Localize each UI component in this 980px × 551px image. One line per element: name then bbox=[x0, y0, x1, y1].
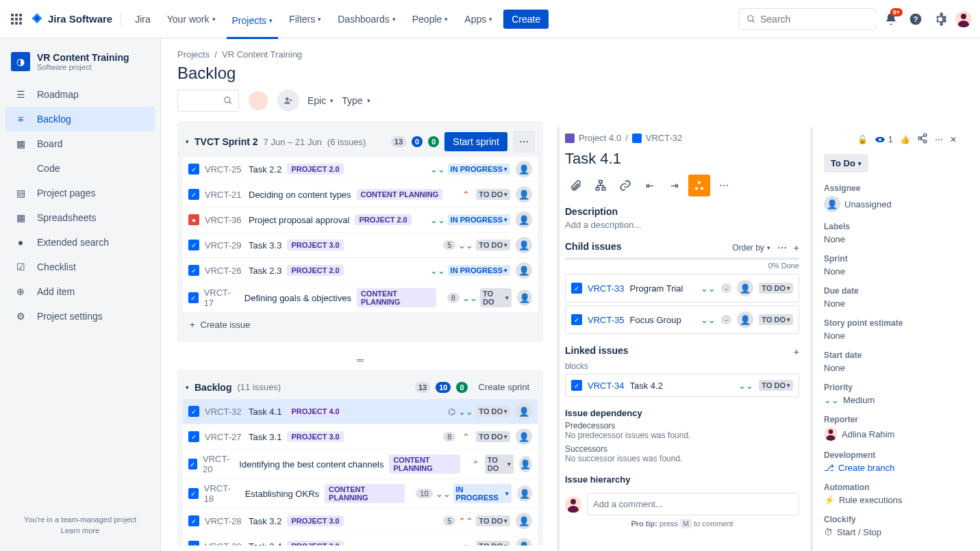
hierarchy-icon[interactable] bbox=[688, 175, 710, 196]
issue-row[interactable]: ✓ VRCT-21 Deciding on content types CONT… bbox=[183, 182, 538, 207]
epic-tag[interactable]: PROJECT 4.0 bbox=[287, 406, 343, 417]
crumb-projects[interactable]: Projects bbox=[177, 49, 210, 60]
order-by-dropdown[interactable]: Order by▾ bbox=[732, 243, 770, 253]
epic-tag[interactable]: PROJECT 2.0 bbox=[287, 164, 343, 175]
add-linked-icon[interactable]: + bbox=[794, 346, 799, 357]
link-icon[interactable] bbox=[614, 175, 636, 196]
detail-epic[interactable]: Project 4.0 bbox=[579, 133, 621, 143]
status-lozenge[interactable]: TO DO ▾ bbox=[476, 431, 510, 442]
child-key[interactable]: VRCT-35 bbox=[588, 315, 624, 325]
due-date-field[interactable]: None bbox=[824, 298, 957, 309]
reporter-field[interactable]: Adlina Rahim bbox=[824, 427, 957, 441]
clockify-link[interactable]: ⏱Start / Stop bbox=[824, 527, 957, 537]
share-icon[interactable] bbox=[917, 133, 928, 146]
sidebar-item-backlog[interactable]: ≡Backlog bbox=[5, 107, 155, 131]
sidebar-item-roadmap[interactable]: ☰Roadmap bbox=[5, 82, 155, 107]
thumbs-up-icon[interactable]: 👍 bbox=[900, 135, 910, 144]
assignee-avatar[interactable]: 👤 bbox=[516, 212, 532, 228]
status-lozenge[interactable]: IN PROGRESS ▾ bbox=[448, 265, 510, 276]
comment-input[interactable]: Add a comment... bbox=[587, 493, 799, 515]
issue-row[interactable]: ✓ VRCT-26 Task 2.3 PROJECT 2.0 ⌄⌄ IN PRO… bbox=[183, 258, 538, 283]
epic-tag[interactable]: CONTENT PLANNING bbox=[325, 484, 405, 503]
status-lozenge[interactable]: IN PROGRESS ▾ bbox=[453, 484, 512, 503]
nav-projects[interactable]: Projects▾ bbox=[227, 12, 279, 39]
issue-row[interactable]: ✓ VRCT-27 Task 3.1 PROJECT 3.0 8 ⌃ TO DO… bbox=[183, 424, 538, 450]
backlog-search[interactable] bbox=[177, 90, 239, 112]
add-child-icon[interactable]: + bbox=[794, 242, 799, 253]
child-assignee[interactable]: 👤 bbox=[737, 280, 753, 296]
labels-field[interactable]: None bbox=[824, 234, 957, 244]
story-points-field[interactable]: None bbox=[824, 331, 957, 341]
nav-your-work[interactable]: Your work▾ bbox=[162, 11, 221, 27]
nav-people[interactable]: People▾ bbox=[407, 11, 454, 27]
issue-row[interactable]: ✓ VRCT-32 Task 4.1 PROJECT 4.0 ⌬ ⌄⌄ TO D… bbox=[183, 399, 538, 424]
child-menu-icon[interactable]: ⋯ bbox=[777, 242, 787, 253]
status-lozenge[interactable]: TO DO ▾ bbox=[485, 454, 514, 474]
issue-row[interactable]: ✓ VRCT-29 Task 3.3 PROJECT 3.0 5 ⌄⌄ TO D… bbox=[183, 233, 538, 258]
user-avatar[interactable] bbox=[955, 11, 972, 27]
epic-filter[interactable]: Epic▾ bbox=[307, 95, 334, 106]
dependency-pre-icon[interactable]: ⇤ bbox=[639, 175, 661, 196]
apps-switcher-icon[interactable] bbox=[8, 11, 25, 27]
sidebar-item-spreadsheets[interactable]: ▦Spreadsheets bbox=[5, 205, 155, 230]
issue-row[interactable]: ✓ VRCT-20 Identifying the best content c… bbox=[183, 450, 538, 479]
assignee-avatar[interactable]: 👤 bbox=[519, 456, 532, 472]
epic-tag[interactable]: CONTENT PLANNING bbox=[357, 288, 436, 307]
epic-tag[interactable]: CONTENT PLANNING bbox=[389, 454, 460, 474]
dependency-post-icon[interactable]: ⇥ bbox=[664, 175, 686, 196]
epic-tag[interactable]: PROJECT 3.0 bbox=[287, 515, 343, 526]
crumb-project[interactable]: VR Content Training bbox=[222, 49, 302, 60]
child-key[interactable]: VRCT-33 bbox=[588, 283, 624, 294]
assignee-avatar[interactable]: 👤 bbox=[516, 161, 532, 177]
status-lozenge[interactable]: IN PROGRESS ▾ bbox=[448, 164, 510, 175]
start-date-field[interactable]: None bbox=[824, 363, 957, 373]
issue-row[interactable]: ✓ VRCT-25 Task 2.2 PROJECT 2.0 ⌄⌄ IN PRO… bbox=[183, 157, 538, 182]
epic-tag[interactable]: PROJECT 3.0 bbox=[287, 431, 343, 442]
child-issue-row[interactable]: ✓ VRCT-35 Focus Group ⌄⌄ - 👤 TO DO ▾ bbox=[565, 305, 799, 334]
status-lozenge[interactable]: TO DO ▾ bbox=[476, 515, 510, 526]
issue-row[interactable]: ✓ VRCT-18 Establishing OKRs CONTENT PLAN… bbox=[183, 479, 538, 509]
assignee-avatar[interactable]: 👤 bbox=[516, 428, 532, 445]
sidebar-item-code[interactable]: Code bbox=[5, 156, 155, 181]
sidebar-item-extended-search[interactable]: ●Extended search bbox=[5, 230, 155, 255]
nav-filters[interactable]: Filters▾ bbox=[284, 11, 327, 27]
assignee-avatar[interactable]: 👤 bbox=[516, 262, 532, 279]
sidebar-item-checklist[interactable]: ☑Checklist bbox=[5, 255, 155, 279]
issue-title[interactable]: Task 4.1 bbox=[565, 150, 799, 168]
status-lozenge[interactable]: IN PROGRESS ▾ bbox=[448, 214, 510, 225]
status-dropdown[interactable]: To Do▾ bbox=[824, 154, 868, 172]
add-people-icon[interactable] bbox=[277, 90, 299, 112]
nav-apps[interactable]: Apps▾ bbox=[459, 11, 498, 27]
child-issue-icon[interactable] bbox=[590, 175, 612, 196]
assignee-filter-me[interactable] bbox=[247, 90, 269, 112]
watch-button[interactable]: 1 bbox=[875, 134, 893, 145]
assignee-avatar[interactable]: 👤 bbox=[516, 237, 532, 253]
detail-key[interactable]: VRCT-32 bbox=[646, 133, 682, 143]
close-icon[interactable]: ✕ bbox=[950, 135, 957, 144]
search-input[interactable] bbox=[760, 14, 880, 25]
collapse-icon[interactable]: ▾ bbox=[186, 138, 189, 145]
attach-icon[interactable] bbox=[565, 175, 587, 196]
assignee-avatar[interactable]: 👤 bbox=[517, 485, 532, 502]
help-icon[interactable]: ? bbox=[906, 10, 925, 29]
assignee-avatar[interactable]: 👤 bbox=[516, 538, 532, 546]
sidebar-item-board[interactable]: ▦Board bbox=[5, 131, 155, 156]
status-lozenge[interactable]: TO DO ▾ bbox=[476, 541, 510, 546]
issue-row[interactable]: ● VRCT-36 Project proposal approval PROJ… bbox=[183, 207, 538, 233]
epic-tag[interactable]: CONTENT PLANNING bbox=[357, 189, 443, 200]
more-actions-icon[interactable]: ⋯ bbox=[713, 175, 735, 196]
collapse-icon[interactable]: ▾ bbox=[186, 384, 189, 391]
type-filter[interactable]: Type▾ bbox=[342, 95, 370, 106]
notifications-icon[interactable]: 9+ bbox=[881, 10, 901, 29]
create-button[interactable]: Create bbox=[503, 10, 549, 29]
linked-key[interactable]: VRCT-34 bbox=[588, 381, 624, 391]
sprint-field[interactable]: None bbox=[824, 266, 957, 277]
sidebar-item-add-item[interactable]: ⊕Add item bbox=[5, 279, 155, 304]
create-sprint-button[interactable]: Create sprint bbox=[473, 379, 535, 395]
description-placeholder[interactable]: Add a description... bbox=[565, 220, 799, 230]
more-icon[interactable]: ⋯ bbox=[935, 135, 943, 144]
epic-tag[interactable]: PROJECT 3.0 bbox=[287, 240, 343, 251]
start-sprint-button[interactable]: Start sprint bbox=[444, 132, 507, 151]
epic-tag[interactable]: PROJECT 2.0 bbox=[355, 214, 411, 225]
assignee-avatar[interactable]: 👤 bbox=[516, 513, 532, 529]
